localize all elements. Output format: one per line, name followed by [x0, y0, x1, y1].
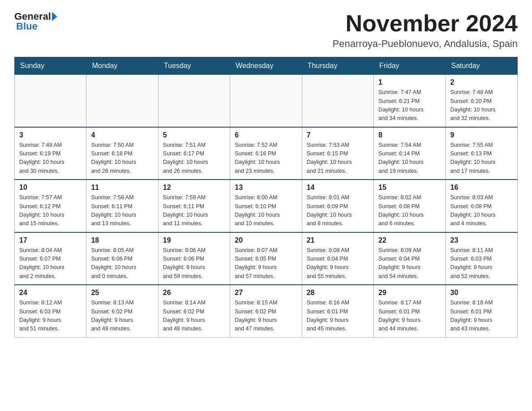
day-number: 2 — [450, 78, 513, 86]
calendar-cell: 29Sunrise: 8:17 AM Sunset: 6:01 PM Dayli… — [374, 285, 446, 337]
day-info: Sunrise: 8:00 AM Sunset: 6:10 PM Dayligh… — [235, 193, 297, 228]
day-info: Sunrise: 7:58 AM Sunset: 6:11 PM Dayligh… — [91, 193, 153, 228]
calendar-cell — [230, 75, 302, 127]
calendar-cell: 17Sunrise: 8:04 AM Sunset: 6:07 PM Dayli… — [15, 232, 86, 285]
calendar-cell: 12Sunrise: 7:59 AM Sunset: 6:11 PM Dayli… — [158, 180, 230, 232]
day-info: Sunrise: 8:05 AM Sunset: 6:06 PM Dayligh… — [91, 246, 153, 281]
column-header-wednesday: Wednesday — [230, 57, 302, 75]
calendar-cell: 24Sunrise: 8:12 AM Sunset: 6:03 PM Dayli… — [15, 285, 86, 337]
calendar-cell — [15, 75, 86, 127]
column-header-friday: Friday — [374, 57, 446, 75]
calendar-cell: 30Sunrise: 8:18 AM Sunset: 6:01 PM Dayli… — [446, 285, 517, 337]
calendar-cell: 14Sunrise: 8:01 AM Sunset: 6:09 PM Dayli… — [302, 180, 373, 232]
day-info: Sunrise: 7:59 AM Sunset: 6:11 PM Dayligh… — [163, 193, 225, 228]
column-header-tuesday: Tuesday — [158, 57, 230, 75]
day-info: Sunrise: 8:14 AM Sunset: 6:02 PM Dayligh… — [163, 299, 225, 334]
day-info: Sunrise: 8:16 AM Sunset: 6:01 PM Dayligh… — [307, 299, 369, 334]
day-number: 23 — [450, 236, 513, 244]
day-info: Sunrise: 7:57 AM Sunset: 6:12 PM Dayligh… — [19, 193, 82, 228]
day-info: Sunrise: 7:48 AM Sunset: 6:20 PM Dayligh… — [450, 88, 513, 123]
calendar-header-row: SundayMondayTuesdayWednesdayThursdayFrid… — [15, 57, 518, 75]
calendar-cell: 27Sunrise: 8:15 AM Sunset: 6:02 PM Dayli… — [230, 285, 302, 337]
calendar-cell — [158, 75, 230, 127]
calendar-cell: 26Sunrise: 8:14 AM Sunset: 6:02 PM Dayli… — [158, 285, 230, 337]
day-info: Sunrise: 8:04 AM Sunset: 6:07 PM Dayligh… — [19, 246, 82, 281]
calendar-cell: 2Sunrise: 7:48 AM Sunset: 6:20 PM Daylig… — [446, 75, 517, 127]
day-info: Sunrise: 8:15 AM Sunset: 6:02 PM Dayligh… — [235, 299, 297, 334]
day-info: Sunrise: 8:11 AM Sunset: 6:03 PM Dayligh… — [450, 246, 513, 281]
day-number: 11 — [91, 184, 153, 192]
calendar-cell: 3Sunrise: 7:49 AM Sunset: 6:19 PM Daylig… — [15, 127, 86, 180]
title-area: November 2024 Penarroya-Pueblonuevo, And… — [333, 11, 518, 50]
day-info: Sunrise: 7:52 AM Sunset: 6:16 PM Dayligh… — [235, 141, 297, 176]
calendar-cell — [302, 75, 373, 127]
location: Penarroya-Pueblonuevo, Andalusia, Spain — [333, 38, 518, 50]
day-number: 12 — [163, 184, 225, 192]
column-header-sunday: Sunday — [15, 57, 86, 75]
column-header-saturday: Saturday — [446, 57, 517, 75]
day-number: 27 — [235, 289, 297, 297]
calendar-cell: 25Sunrise: 8:13 AM Sunset: 6:02 PM Dayli… — [86, 285, 158, 337]
calendar-cell: 22Sunrise: 8:09 AM Sunset: 6:04 PM Dayli… — [374, 232, 446, 285]
calendar-cell: 7Sunrise: 7:53 AM Sunset: 6:15 PM Daylig… — [302, 127, 373, 180]
day-info: Sunrise: 8:13 AM Sunset: 6:02 PM Dayligh… — [91, 299, 153, 334]
day-number: 15 — [378, 184, 441, 192]
calendar-cell: 13Sunrise: 8:00 AM Sunset: 6:10 PM Dayli… — [230, 180, 302, 232]
logo-blue-label: Blue — [16, 21, 38, 32]
calendar-table: SundayMondayTuesdayWednesdayThursdayFrid… — [14, 57, 518, 338]
calendar-cell: 23Sunrise: 8:11 AM Sunset: 6:03 PM Dayli… — [446, 232, 517, 285]
day-info: Sunrise: 8:02 AM Sunset: 6:08 PM Dayligh… — [378, 193, 441, 228]
day-number: 10 — [19, 184, 82, 192]
day-number: 24 — [19, 289, 82, 297]
calendar-cell: 5Sunrise: 7:51 AM Sunset: 6:17 PM Daylig… — [158, 127, 230, 180]
day-info: Sunrise: 7:47 AM Sunset: 6:21 PM Dayligh… — [378, 88, 441, 123]
calendar-week-row: 24Sunrise: 8:12 AM Sunset: 6:03 PM Dayli… — [15, 285, 518, 337]
day-info: Sunrise: 7:51 AM Sunset: 6:17 PM Dayligh… — [163, 141, 225, 176]
day-number: 28 — [307, 289, 369, 297]
day-number: 16 — [450, 184, 513, 192]
day-info: Sunrise: 8:01 AM Sunset: 6:09 PM Dayligh… — [307, 193, 369, 228]
calendar-cell: 9Sunrise: 7:55 AM Sunset: 6:13 PM Daylig… — [446, 127, 517, 180]
month-title: November 2024 — [333, 11, 518, 36]
calendar-cell — [86, 75, 158, 127]
day-number: 29 — [378, 289, 441, 297]
calendar-week-row: 10Sunrise: 7:57 AM Sunset: 6:12 PM Dayli… — [15, 180, 518, 232]
calendar-cell: 6Sunrise: 7:52 AM Sunset: 6:16 PM Daylig… — [230, 127, 302, 180]
calendar-cell: 20Sunrise: 8:07 AM Sunset: 6:05 PM Dayli… — [230, 232, 302, 285]
day-number: 6 — [235, 131, 297, 139]
column-header-monday: Monday — [86, 57, 158, 75]
day-info: Sunrise: 8:12 AM Sunset: 6:03 PM Dayligh… — [19, 299, 82, 334]
calendar-week-row: 1Sunrise: 7:47 AM Sunset: 6:21 PM Daylig… — [15, 75, 518, 127]
logo: General Blue — [14, 11, 57, 32]
day-number: 13 — [235, 184, 297, 192]
day-info: Sunrise: 7:50 AM Sunset: 6:18 PM Dayligh… — [91, 141, 153, 176]
day-number: 18 — [91, 236, 153, 244]
day-number: 1 — [378, 78, 441, 86]
day-number: 8 — [378, 131, 441, 139]
day-info: Sunrise: 7:55 AM Sunset: 6:13 PM Dayligh… — [450, 141, 513, 176]
day-number: 30 — [450, 289, 513, 297]
calendar-cell: 18Sunrise: 8:05 AM Sunset: 6:06 PM Dayli… — [86, 232, 158, 285]
day-number: 21 — [307, 236, 369, 244]
calendar-cell: 4Sunrise: 7:50 AM Sunset: 6:18 PM Daylig… — [86, 127, 158, 180]
calendar-cell: 16Sunrise: 8:03 AM Sunset: 6:08 PM Dayli… — [446, 180, 517, 232]
day-info: Sunrise: 8:18 AM Sunset: 6:01 PM Dayligh… — [450, 299, 513, 334]
day-number: 22 — [378, 236, 441, 244]
column-header-thursday: Thursday — [302, 57, 373, 75]
day-info: Sunrise: 7:54 AM Sunset: 6:14 PM Dayligh… — [378, 141, 441, 176]
calendar-cell: 28Sunrise: 8:16 AM Sunset: 6:01 PM Dayli… — [302, 285, 373, 337]
day-info: Sunrise: 8:03 AM Sunset: 6:08 PM Dayligh… — [450, 193, 513, 228]
day-number: 14 — [307, 184, 369, 192]
day-number: 5 — [163, 131, 225, 139]
day-number: 7 — [307, 131, 369, 139]
calendar-cell: 8Sunrise: 7:54 AM Sunset: 6:14 PM Daylig… — [374, 127, 446, 180]
calendar-cell: 19Sunrise: 8:06 AM Sunset: 6:06 PM Dayli… — [158, 232, 230, 285]
day-number: 4 — [91, 131, 153, 139]
day-info: Sunrise: 8:06 AM Sunset: 6:06 PM Dayligh… — [163, 246, 225, 281]
calendar-cell: 1Sunrise: 7:47 AM Sunset: 6:21 PM Daylig… — [374, 75, 446, 127]
day-info: Sunrise: 8:17 AM Sunset: 6:01 PM Dayligh… — [378, 299, 441, 334]
day-number: 26 — [163, 289, 225, 297]
day-number: 20 — [235, 236, 297, 244]
day-info: Sunrise: 8:08 AM Sunset: 6:04 PM Dayligh… — [307, 246, 369, 281]
day-info: Sunrise: 7:49 AM Sunset: 6:19 PM Dayligh… — [19, 141, 82, 176]
